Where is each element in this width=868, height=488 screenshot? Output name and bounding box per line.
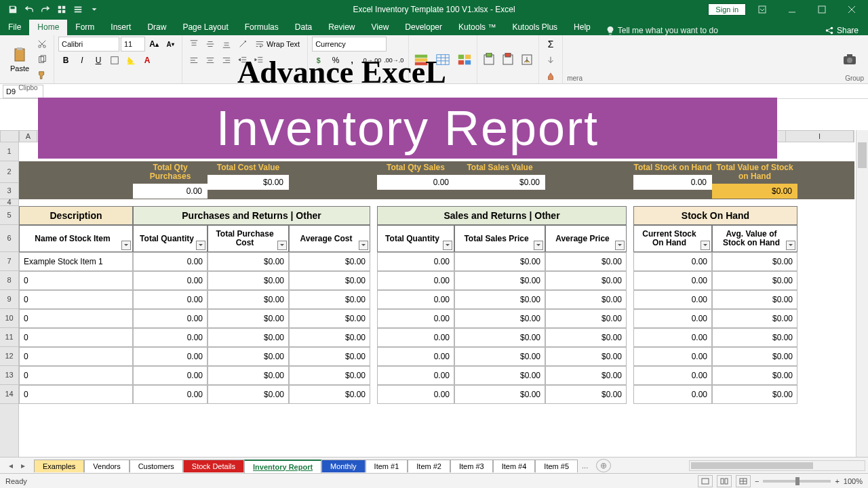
tab-page-layout[interactable]: Page Layout (174, 20, 236, 35)
col-header[interactable]: Current Stock On Hand (633, 225, 712, 252)
undo-icon[interactable] (22, 2, 37, 17)
row-header[interactable]: 3 (0, 183, 18, 199)
filter-icon[interactable] (701, 241, 710, 250)
cell[interactable]: $0.00 (208, 290, 289, 309)
more-tabs[interactable]: ... (578, 462, 592, 470)
cell[interactable]: 0.00 (633, 366, 712, 385)
tab-developer[interactable]: Developer (397, 20, 450, 35)
cell[interactable]: 0 (19, 309, 133, 328)
cell[interactable]: 0.00 (633, 347, 712, 366)
increase-font-icon[interactable]: A▴ (146, 37, 161, 52)
cell[interactable]: $0.00 (712, 328, 797, 347)
cell[interactable]: $0.00 (454, 290, 545, 309)
autosum-icon[interactable]: Σ (543, 37, 558, 52)
cell[interactable]: 0.00 (377, 347, 454, 366)
cell[interactable]: Example Stock Item 1 (19, 252, 133, 271)
sheet-tab-examples[interactable]: Examples (34, 460, 84, 472)
align-center-icon[interactable] (203, 53, 218, 68)
horizontal-scrollbar[interactable] (689, 460, 865, 471)
col-header[interactable]: Average Cost (289, 225, 370, 252)
cell[interactable]: 0.00 (633, 309, 712, 328)
tab-form[interactable]: Form (67, 20, 102, 35)
page-layout-view-icon[interactable] (717, 475, 732, 487)
cell[interactable]: $0.00 (208, 347, 289, 366)
format-cells-icon[interactable] (519, 52, 534, 67)
filter-icon[interactable] (121, 241, 131, 250)
row-header[interactable]: 13 (0, 366, 18, 385)
border-icon[interactable] (107, 53, 122, 68)
filter-icon[interactable] (359, 241, 368, 250)
tab-draw[interactable]: Draw (139, 20, 174, 35)
close-icon[interactable] (838, 0, 865, 19)
format-painter-icon[interactable] (35, 68, 50, 83)
cell[interactable]: $0.00 (208, 328, 289, 347)
cell[interactable]: $0.00 (289, 385, 370, 404)
cell[interactable]: $0.00 (545, 347, 627, 366)
cell[interactable]: 0 (19, 271, 133, 290)
qat-dropdown-icon[interactable] (87, 2, 102, 17)
cell[interactable]: 0 (19, 347, 133, 366)
row-header[interactable]: 6 (0, 225, 18, 252)
filter-icon[interactable] (534, 241, 543, 250)
cell[interactable]: 0.00 (377, 290, 454, 309)
copy-icon[interactable] (35, 52, 50, 67)
tab-data[interactable]: Data (287, 20, 320, 35)
underline-icon[interactable]: U (91, 53, 106, 68)
cell[interactable]: $0.00 (208, 252, 289, 271)
cell[interactable]: 0.00 (133, 290, 208, 309)
zoom-in-icon[interactable]: + (835, 477, 839, 485)
cell[interactable]: $0.00 (545, 366, 627, 385)
fill-icon[interactable] (543, 53, 558, 68)
cell[interactable]: $0.00 (712, 290, 797, 309)
col-header[interactable]: Total Quantity (377, 225, 454, 252)
cell[interactable]: 0.00 (633, 328, 712, 347)
cell[interactable]: 0.00 (133, 347, 208, 366)
col-header[interactable]: Average Price (545, 225, 627, 252)
sheet-tab-inventory-report[interactable]: Inventory Report (244, 460, 321, 473)
orientation-icon[interactable] (235, 37, 250, 52)
col-header[interactable]: Name of Stock Item (19, 225, 133, 252)
cell[interactable]: $0.00 (454, 328, 545, 347)
font-color-icon[interactable]: A (140, 53, 155, 68)
tab-help[interactable]: Help (566, 20, 599, 35)
fill-color-icon[interactable] (123, 53, 138, 68)
zoom-slider[interactable] (763, 480, 831, 483)
cell[interactable]: 0.00 (377, 252, 454, 271)
row-header[interactable]: 9 (0, 290, 18, 309)
sheet-tab-customers[interactable]: Customers (130, 460, 183, 472)
cell[interactable]: $0.00 (712, 309, 797, 328)
cell-styles-icon[interactable] (456, 52, 473, 67)
row-header[interactable]: 2 (0, 161, 18, 183)
cell[interactable]: $0.00 (545, 309, 627, 328)
grid[interactable]: All the information on this page comes f… (19, 142, 854, 457)
tellme-search[interactable]: Tell me what you want to do (599, 26, 725, 35)
cell[interactable]: 0.00 (377, 385, 454, 404)
cell[interactable]: $0.00 (289, 328, 370, 347)
font-size-select[interactable] (121, 37, 145, 52)
filter-icon[interactable] (196, 241, 205, 250)
normal-view-icon[interactable] (698, 475, 713, 487)
cell[interactable]: 0 (19, 366, 133, 385)
align-middle-icon[interactable] (203, 37, 218, 52)
redo-icon[interactable] (38, 2, 53, 17)
maximize-icon[interactable] (808, 0, 835, 19)
cell[interactable]: $0.00 (289, 366, 370, 385)
cell[interactable]: $0.00 (289, 347, 370, 366)
wrap-text-button[interactable]: Wrap Text (252, 37, 303, 52)
zoom-out-icon[interactable]: − (755, 477, 759, 485)
cut-icon[interactable] (35, 37, 50, 52)
filter-icon[interactable] (443, 241, 452, 250)
cell[interactable]: 0 (19, 385, 133, 404)
cell[interactable]: $0.00 (545, 290, 627, 309)
paste-button[interactable]: Paste (7, 41, 33, 79)
tab-formulas[interactable]: Formulas (237, 20, 287, 35)
cell[interactable]: $0.00 (208, 385, 289, 404)
cell[interactable]: $0.00 (289, 290, 370, 309)
row-header[interactable]: 7 (0, 252, 18, 271)
cell[interactable]: $0.00 (289, 271, 370, 290)
qat-icon-2[interactable] (71, 2, 85, 17)
camera-button[interactable] (837, 41, 863, 79)
cell[interactable]: 0.00 (633, 252, 712, 271)
row-header[interactable]: 4 (0, 199, 18, 206)
cell[interactable]: 0 (19, 290, 133, 309)
